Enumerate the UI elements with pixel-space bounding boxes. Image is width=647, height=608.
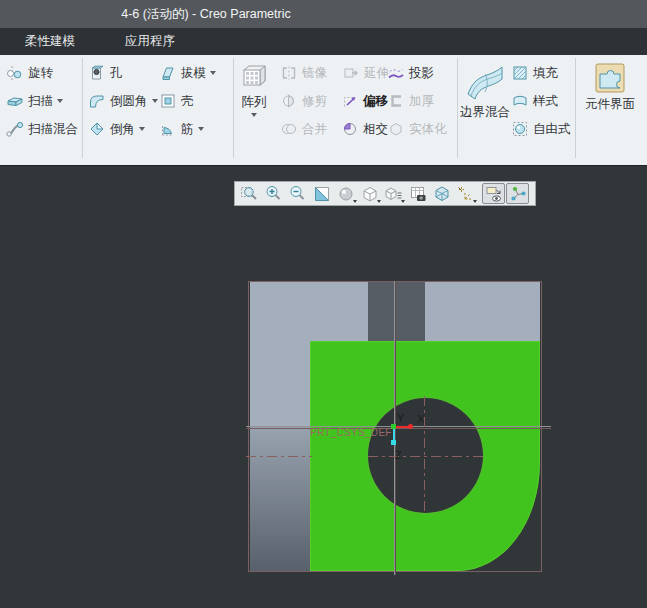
merge-icon bbox=[280, 120, 298, 138]
shading-style-button[interactable] bbox=[334, 183, 357, 204]
refit-button[interactable] bbox=[238, 183, 261, 204]
repaint-button[interactable] bbox=[310, 183, 333, 204]
trim-button: 修剪 bbox=[280, 90, 327, 112]
z-axis-point bbox=[391, 440, 396, 445]
transparent-view-button[interactable] bbox=[430, 183, 453, 204]
dropdown-arrow bbox=[401, 200, 405, 203]
view-manager-button[interactable] bbox=[406, 183, 429, 204]
rib-icon bbox=[159, 120, 177, 138]
ribbon-tab-bar bbox=[0, 28, 647, 55]
solidify-button: 实体化 bbox=[387, 118, 447, 140]
sweep-button[interactable]: 扫描 bbox=[6, 90, 63, 112]
group-divider bbox=[575, 58, 576, 158]
style-icon bbox=[511, 92, 529, 110]
intersect-icon bbox=[341, 120, 359, 138]
centerline-horizontal-right[interactable] bbox=[368, 456, 486, 457]
extend-button: 延伸 bbox=[342, 62, 389, 84]
dropdown-caret bbox=[57, 99, 63, 103]
pattern-icon bbox=[239, 62, 269, 92]
revolve-button[interactable]: 旋转 bbox=[6, 62, 53, 84]
mirror-icon bbox=[280, 64, 298, 82]
annotation-display-button[interactable] bbox=[482, 183, 505, 204]
trim-icon bbox=[280, 92, 298, 110]
chamfer-button[interactable]: 倒角 bbox=[88, 118, 145, 140]
boundary-blend-button[interactable]: 边界混合 bbox=[458, 62, 512, 121]
project-icon bbox=[387, 64, 405, 82]
intersect-button[interactable]: 相交 bbox=[341, 118, 388, 140]
display-style-button[interactable] bbox=[358, 183, 381, 204]
shell-icon bbox=[159, 92, 177, 110]
group-divider bbox=[82, 58, 83, 158]
shell-button[interactable]: 壳 bbox=[159, 90, 194, 112]
in-graphics-toolbar bbox=[234, 181, 536, 206]
swept-blend-button[interactable]: 扫描混合 bbox=[6, 118, 78, 140]
pattern-button[interactable]: 阵列 bbox=[236, 62, 272, 117]
spin-center-button[interactable] bbox=[506, 183, 529, 204]
datum-line-horizontal-outline bbox=[246, 428, 551, 429]
component-interface-button[interactable]: 元件界面 bbox=[579, 62, 641, 113]
part-face-recess[interactable] bbox=[368, 282, 425, 341]
component-interface-icon bbox=[593, 62, 627, 94]
freestyle-button[interactable]: 自由式 bbox=[511, 118, 571, 140]
zoom-out-button[interactable] bbox=[286, 183, 309, 204]
fill-button[interactable]: 填充 bbox=[511, 62, 558, 84]
group-divider bbox=[233, 58, 234, 158]
title-bar: 4-6 (活动的) - Creo Parametric bbox=[0, 0, 647, 28]
fill-icon bbox=[511, 64, 529, 82]
y-axis-label: Y bbox=[397, 413, 404, 424]
draft-icon bbox=[159, 64, 177, 82]
datum-display-button[interactable] bbox=[454, 183, 477, 204]
zoom-in-button[interactable] bbox=[262, 183, 285, 204]
csys-label[interactable]: PRT_CSYS_DEF bbox=[310, 428, 392, 438]
window-title: 4-6 (活动的) - Creo Parametric bbox=[0, 0, 412, 28]
x-axis-point bbox=[408, 424, 413, 429]
merge-button: 合并 bbox=[280, 118, 327, 140]
solidify-icon bbox=[387, 120, 405, 138]
project-button[interactable]: 投影 bbox=[387, 62, 434, 84]
saved-views-button[interactable] bbox=[382, 183, 405, 204]
draft-button[interactable]: 拔模 bbox=[159, 62, 216, 84]
creo-window: 4-6 (活动的) - Creo Parametric 柔性建模 应用程序 旋转… bbox=[0, 0, 647, 608]
sweep-icon bbox=[6, 92, 24, 110]
freestyle-icon bbox=[511, 120, 529, 138]
extend-icon bbox=[342, 64, 360, 82]
boundary-blend-icon bbox=[464, 62, 506, 102]
round-button[interactable]: 倒圆角 bbox=[88, 90, 158, 112]
dropdown-arrow bbox=[353, 200, 357, 203]
dropdown-arrow bbox=[377, 200, 381, 203]
hole-icon bbox=[88, 64, 106, 82]
tab-flexible-modeling[interactable]: 柔性建模 bbox=[25, 28, 75, 55]
thicken-icon bbox=[387, 92, 405, 110]
offset-button[interactable]: 偏移 bbox=[341, 90, 388, 112]
revolve-icon bbox=[6, 64, 24, 82]
offset-icon bbox=[341, 92, 359, 110]
part-face-top-right[interactable] bbox=[425, 282, 540, 341]
round-icon bbox=[88, 92, 106, 110]
part-face-left-lower[interactable] bbox=[250, 426, 310, 571]
part-face-left-upper[interactable] bbox=[250, 282, 310, 426]
style-button[interactable]: 样式 bbox=[511, 90, 558, 112]
thicken-button: 加厚 bbox=[387, 90, 434, 112]
hole-button[interactable]: 孔 bbox=[88, 62, 123, 84]
mirror-button: 镜像 bbox=[280, 62, 327, 84]
toolbar-separator bbox=[478, 183, 481, 204]
swept-blend-icon bbox=[6, 120, 24, 138]
z-axis-label: Z bbox=[395, 450, 402, 461]
centerline-horizontal-left[interactable] bbox=[246, 456, 312, 457]
chamfer-icon bbox=[88, 120, 106, 138]
rib-button[interactable]: 筋 bbox=[159, 118, 204, 140]
tab-applications[interactable]: 应用程序 bbox=[125, 28, 175, 55]
x-axis-label: X bbox=[417, 414, 424, 425]
dropdown-arrow bbox=[473, 200, 477, 203]
